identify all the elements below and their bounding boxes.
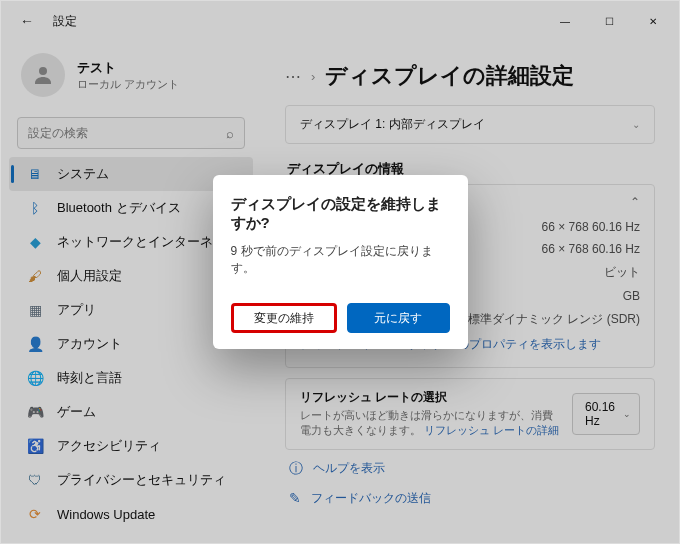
dialog-body: 9 秒で前のディスプレイ設定に戻ります。 — [231, 243, 450, 277]
keep-changes-button[interactable]: 変更の維持 — [231, 303, 338, 333]
modal-overlay: ディスプレイの設定を維持しますか? 9 秒で前のディスプレイ設定に戻ります。 変… — [1, 1, 679, 543]
confirm-dialog: ディスプレイの設定を維持しますか? 9 秒で前のディスプレイ設定に戻ります。 変… — [213, 175, 468, 349]
dialog-title: ディスプレイの設定を維持しますか? — [231, 195, 450, 233]
revert-button[interactable]: 元に戻す — [347, 303, 450, 333]
